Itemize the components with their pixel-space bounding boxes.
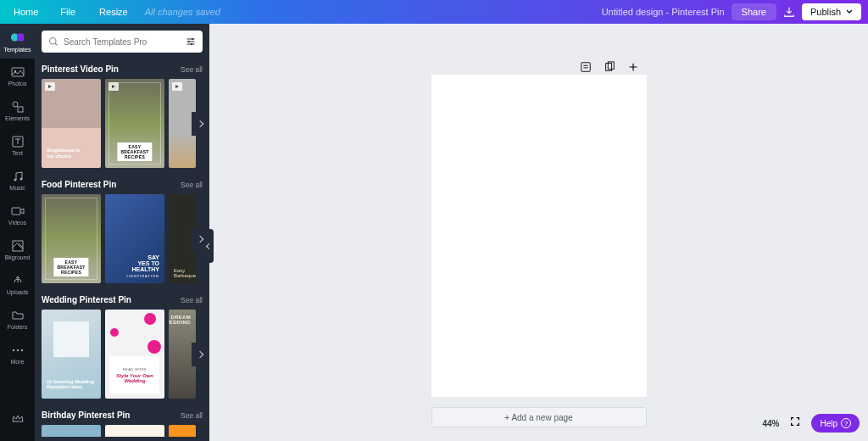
template-row: 10 Stunning WeddingReception Ideas READ … bbox=[42, 310, 203, 399]
more-icon bbox=[11, 343, 25, 357]
see-all-link[interactable]: See all bbox=[181, 411, 203, 420]
add-page-button[interactable]: + Add a new page bbox=[431, 407, 647, 427]
left-rail: Templates Photos Elements Text Music Vid… bbox=[0, 24, 35, 441]
svg-point-17 bbox=[191, 43, 192, 45]
search-icon bbox=[48, 36, 58, 47]
footer-controls: 44% Help ? bbox=[762, 414, 860, 433]
template-row bbox=[42, 425, 203, 437]
crown-icon bbox=[11, 412, 25, 426]
elements-icon bbox=[11, 100, 25, 114]
duplicate-page-icon[interactable] bbox=[604, 61, 615, 73]
top-bar: Home File Resize All changes saved Untit… bbox=[0, 0, 868, 24]
svg-rect-5 bbox=[18, 107, 23, 112]
template-row: Singlehood ismy choice EASY BREAKFAST RE… bbox=[42, 79, 203, 168]
rail-text[interactable]: Text bbox=[0, 128, 35, 163]
design-page[interactable] bbox=[431, 75, 647, 397]
scroll-right-button[interactable] bbox=[192, 112, 209, 136]
music-icon bbox=[11, 170, 25, 183]
svg-point-7 bbox=[14, 179, 16, 181]
photos-icon bbox=[11, 65, 25, 79]
rail-elements[interactable]: Elements bbox=[0, 93, 35, 128]
rail-music[interactable]: Music bbox=[0, 163, 35, 198]
svg-rect-9 bbox=[12, 208, 20, 215]
resize-menu[interactable]: Resize bbox=[87, 7, 140, 17]
rail-photos[interactable]: Photos bbox=[0, 59, 35, 93]
svg-rect-18 bbox=[581, 63, 591, 72]
template-card[interactable]: SAYYES TOHEALTHY #INSPIRATION bbox=[105, 194, 164, 283]
svg-point-11 bbox=[12, 349, 14, 351]
document-title[interactable]: Untitled design - Pinterest Pin bbox=[602, 7, 725, 17]
svg-rect-1 bbox=[17, 34, 24, 42]
section-title: Pinterest Video Pin bbox=[42, 64, 119, 74]
filter-icon[interactable] bbox=[186, 36, 196, 47]
home-button[interactable]: Home bbox=[0, 7, 48, 17]
text-icon bbox=[11, 135, 25, 148]
template-card[interactable]: READ MORE Style Your OwnWedding bbox=[105, 310, 164, 399]
template-card[interactable]: EASY BREAKFAST RECIPES bbox=[105, 79, 164, 168]
template-card[interactable] bbox=[169, 425, 196, 437]
scroll-right-button[interactable] bbox=[192, 343, 209, 366]
rail-more[interactable]: More bbox=[0, 337, 35, 371]
search-input[interactable] bbox=[64, 37, 186, 47]
help-button[interactable]: Help ? bbox=[811, 414, 860, 433]
folders-icon bbox=[11, 309, 25, 322]
see-all-link[interactable]: See all bbox=[181, 296, 203, 304]
uploads-icon bbox=[11, 274, 25, 287]
notes-icon[interactable] bbox=[580, 61, 592, 73]
page-tools bbox=[580, 61, 639, 73]
videos-icon bbox=[11, 204, 25, 218]
template-card[interactable]: 10 Stunning WeddingReception Ideas bbox=[42, 310, 101, 399]
background-icon bbox=[11, 239, 25, 253]
add-page-icon[interactable] bbox=[627, 61, 639, 73]
svg-point-14 bbox=[50, 38, 57, 45]
collapse-panel-button[interactable] bbox=[204, 229, 214, 263]
rail-templates[interactable]: Templates bbox=[0, 24, 35, 59]
publish-button[interactable]: Publish bbox=[802, 3, 861, 20]
template-card[interactable]: EASY BREAKFAST RECIPES bbox=[42, 194, 101, 283]
svg-point-4 bbox=[13, 102, 18, 107]
upgrade-button[interactable] bbox=[11, 412, 25, 429]
svg-point-13 bbox=[20, 349, 22, 351]
rail-background[interactable]: Bkground bbox=[0, 232, 35, 267]
zoom-level[interactable]: 44% bbox=[762, 419, 779, 428]
templates-icon bbox=[10, 30, 25, 45]
canvas-stage: + Add a new page bbox=[209, 24, 868, 441]
see-all-link[interactable]: See all bbox=[181, 181, 203, 189]
file-menu[interactable]: File bbox=[48, 7, 87, 17]
template-row: EASY BREAKFAST RECIPES SAYYES TOHEALTHY … bbox=[42, 194, 203, 283]
home-label: Home bbox=[14, 7, 38, 17]
rail-videos[interactable]: Videos bbox=[0, 198, 35, 232]
rail-folders[interactable]: Folders bbox=[0, 302, 35, 337]
templates-panel: Pinterest Video Pin See all Singlehood i… bbox=[35, 24, 209, 441]
see-all-link[interactable]: See all bbox=[181, 65, 203, 74]
download-icon[interactable] bbox=[783, 6, 795, 18]
section-title: Food Pinterest Pin bbox=[42, 180, 116, 189]
template-card[interactable]: Singlehood ismy choice bbox=[42, 79, 101, 168]
video-badge-icon bbox=[172, 82, 182, 91]
svg-point-15 bbox=[192, 38, 193, 40]
video-badge-icon bbox=[45, 82, 55, 91]
svg-point-12 bbox=[16, 349, 18, 351]
chevron-down-icon bbox=[846, 8, 853, 15]
rail-uploads[interactable]: Uploads bbox=[0, 267, 35, 302]
section-title: Birthday Pinterest Pin bbox=[42, 410, 130, 420]
help-icon: ? bbox=[841, 418, 851, 428]
share-button[interactable]: Share bbox=[732, 3, 776, 20]
template-card[interactable] bbox=[105, 425, 164, 437]
search-box[interactable] bbox=[42, 31, 203, 53]
section-title: Wedding Pinterest Pin bbox=[42, 295, 131, 304]
fullscreen-button[interactable] bbox=[789, 416, 801, 431]
svg-point-16 bbox=[188, 41, 190, 42]
autosave-status: All changes saved bbox=[145, 7, 220, 17]
template-card[interactable] bbox=[42, 425, 101, 437]
svg-point-8 bbox=[19, 178, 22, 181]
